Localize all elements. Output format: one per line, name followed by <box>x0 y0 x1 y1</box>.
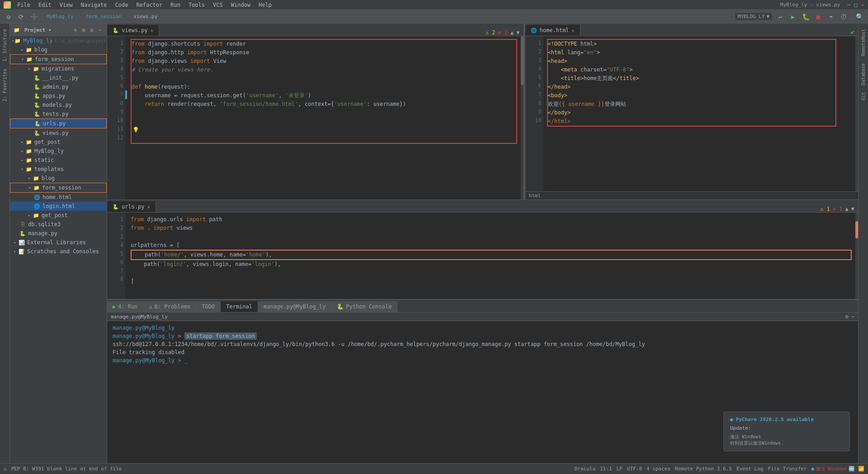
tab-views-py-close[interactable]: ✕ <box>151 28 153 33</box>
urls-up-arrow[interactable]: ▲ <box>845 206 849 212</box>
status-line-col[interactable]: 11:1 <box>600 466 612 472</box>
sidebar-options-icon[interactable]: ≡ <box>89 27 95 33</box>
menu-help[interactable]: Help <box>255 1 275 9</box>
status-lf[interactable]: LF <box>617 466 623 472</box>
terminal-tab-terminal[interactable]: Terminal <box>221 301 258 312</box>
code-urls[interactable]: from django.urls import path from . impo… <box>127 213 855 299</box>
tree-init[interactable]: 🐍 __init__.py <box>10 73 107 82</box>
status-indent[interactable]: 4 spaces <box>646 466 670 472</box>
toolbar-rerun-icon[interactable]: ↩ <box>775 12 785 22</box>
menu-navigate[interactable]: Navigate <box>77 1 111 9</box>
tree-scratches[interactable]: ▸ 📝 Scratches and Consoles <box>10 247 107 256</box>
menu-refactor[interactable]: Refactor <box>132 1 166 9</box>
tree-myblogly[interactable]: ▸ 📁 MyBlog_ly <box>10 147 107 156</box>
urls-down-arrow[interactable]: ▼ <box>851 206 854 212</box>
toolbar-debug-icon[interactable]: 🐛 <box>801 12 811 22</box>
urls-line-8: ] <box>131 277 852 286</box>
sidebar-layout-icon[interactable]: ⊞ <box>80 27 87 33</box>
terminal-tab-run[interactable]: ▶ 4: Run <box>107 301 144 312</box>
code-views[interactable]: from django.shortcuts import render from… <box>127 36 521 199</box>
tree-login-html[interactable]: 🌐 login.html <box>10 202 107 211</box>
tree-formsession[interactable]: ▾ 📁 form_session <box>10 54 107 64</box>
breadcrumb-viewspy[interactable]: views.py <box>132 12 159 22</box>
sidebar-minimize-icon[interactable]: − <box>97 27 103 33</box>
structure-panel-label[interactable]: 1: Structure <box>1 25 9 65</box>
terminal-tab-python-icon: 🐍 <box>337 303 344 310</box>
tree-root[interactable]: ▾ 📁 MyBlog_ly E:\C_python\project\MyBlog… <box>10 36 107 45</box>
scroll-indicator-urls[interactable] <box>855 213 858 299</box>
scroll-indicator-home[interactable] <box>855 36 858 191</box>
status-interpreter[interactable]: Remote Python 3.6.5 <box>675 466 732 472</box>
tab-home-html-close[interactable]: ✕ <box>572 28 575 33</box>
menu-window[interactable]: Window <box>227 1 254 9</box>
terminal-tab-manage-label: manage.py@MyBlog_ly <box>264 303 326 310</box>
database-label[interactable]: Database <box>859 60 867 89</box>
tree-views[interactable]: 🐍 views.py <box>10 128 107 137</box>
tree-templates[interactable]: ▾ 📁 templates <box>10 165 107 174</box>
toolbar-run-icon[interactable]: ▶ <box>788 12 798 22</box>
toolbar-coverage-icon[interactable]: ☂ <box>826 12 836 22</box>
tree-admin[interactable]: 🐍 admin.py <box>10 82 107 91</box>
breadcrumb-formsession[interactable]: form_session <box>84 12 123 22</box>
menu-file[interactable]: File <box>14 1 34 9</box>
tree-templates-blog[interactable]: ▸ 📁 blog <box>10 174 107 183</box>
scroll-indicator-views[interactable] <box>521 36 524 199</box>
tree-blog-folder-icon: 📁 <box>25 46 33 53</box>
tree-db[interactable]: 🗄 db.sqlite3 <box>10 220 107 229</box>
status-file-transfer[interactable]: File Transfer <box>768 466 807 472</box>
tree-apps[interactable]: 🐍 apps.py <box>10 91 107 100</box>
down-arrow-icon[interactable]: ▼ <box>516 29 519 36</box>
terminal-settings-icon[interactable]: ⚙ <box>845 313 849 320</box>
toolbar-sync-icon[interactable]: ⟳ <box>16 12 26 22</box>
menu-tools[interactable]: Tools <box>185 1 208 9</box>
menu-view[interactable]: View <box>56 1 76 9</box>
terminal-tab-manage[interactable]: manage.py@MyBlog_ly <box>258 301 331 312</box>
tree-tests[interactable]: 🐍 tests.py <box>10 109 107 118</box>
status-encoding[interactable]: UTF-8 <box>627 466 642 472</box>
sidebar-settings-icon[interactable]: ⚙ <box>72 27 79 33</box>
toolbar-add-icon[interactable]: ➕ <box>29 12 39 22</box>
tree-blog[interactable]: ▸ 📁 blog <box>10 45 107 54</box>
favorites-panel-label[interactable]: 2: Favorites <box>1 65 9 105</box>
toolbar-stop-icon[interactable]: ■ <box>813 12 823 22</box>
up-arrow-icon[interactable]: ▲ <box>510 29 514 36</box>
tree-manage[interactable]: 🐍 manage.py <box>10 229 107 238</box>
minimize-button[interactable]: ─ <box>847 2 850 8</box>
tab-views-py[interactable]: 🐍 views.py ✕ <box>107 25 159 36</box>
terminal-minimize-icon[interactable]: − <box>851 313 854 320</box>
terminal-tab-todo[interactable]: TODO <box>196 301 221 312</box>
code-home[interactable]: <!DOCTYPE html> <html lang="en"> <head> … <box>543 36 855 191</box>
tree-migrations[interactable]: ▸ 📁 migrations <box>10 64 107 73</box>
tree-templates-formsession[interactable]: ▾ 📁 form_session <box>10 183 107 193</box>
menu-run[interactable]: Run <box>167 1 184 9</box>
tab-urls-py[interactable]: 🐍 urls.py ✕ <box>107 201 156 212</box>
editor-home-content[interactable]: 12345 678910 <!DOCTYPE html> <html lang=… <box>525 36 858 191</box>
terminal-content[interactable]: manage.py@MyBlog_ly manage.py@MyBlog_ly … <box>107 321 858 379</box>
toolbar-search-icon[interactable]: 🔍 <box>854 12 864 22</box>
editor-views-content[interactable]: 12345 678910 1112 from django.shortcuts … <box>107 36 524 199</box>
close-button[interactable]: ✕ <box>861 2 864 8</box>
maximize-button[interactable]: □ <box>854 2 858 8</box>
remote-host-label[interactable]: RemoteHost <box>859 25 867 60</box>
editor-urls-content[interactable]: 1234 5678 from django.urls import path f… <box>107 213 858 299</box>
tree-static[interactable]: ▸ 📁 static <box>10 156 107 165</box>
tree-urls[interactable]: 🐍 urls.py <box>10 118 107 128</box>
tree-home-html[interactable]: 🌐 home.html <box>10 193 107 202</box>
terminal-tab-problems[interactable]: ⚠ 6: Problems <box>144 301 197 312</box>
terminal-tab-python[interactable]: 🐍 Python Console <box>331 301 397 312</box>
toolbar-settings-icon[interactable]: ⚙ <box>4 12 14 22</box>
tree-external-libs[interactable]: ▸ 📊 External Libraries <box>10 238 107 247</box>
tree-templates-getpost[interactable]: ▸ 📁 get_post <box>10 211 107 220</box>
breadcrumb-myblogly[interactable]: MyBlog_ly <box>45 12 75 22</box>
menu-edit[interactable]: Edit <box>35 1 55 9</box>
menu-vcs[interactable]: VCS <box>209 1 226 9</box>
tab-urls-py-close[interactable]: ✕ <box>147 204 150 209</box>
status-event-log[interactable]: Event Log <box>736 466 764 472</box>
run-config-selector[interactable]: MYBLOG_LY ▼ <box>735 12 773 21</box>
tab-home-html[interactable]: 🌐 home.html ✕ <box>525 25 580 36</box>
tree-getpost[interactable]: ▸ 📁 get_post <box>10 137 107 147</box>
git-label[interactable]: Git <box>859 89 867 104</box>
menu-code[interactable]: Code <box>112 1 132 9</box>
toolbar-profile-icon[interactable]: ⏱ <box>839 12 849 22</box>
tree-models[interactable]: 🐍 models.py <box>10 100 107 109</box>
